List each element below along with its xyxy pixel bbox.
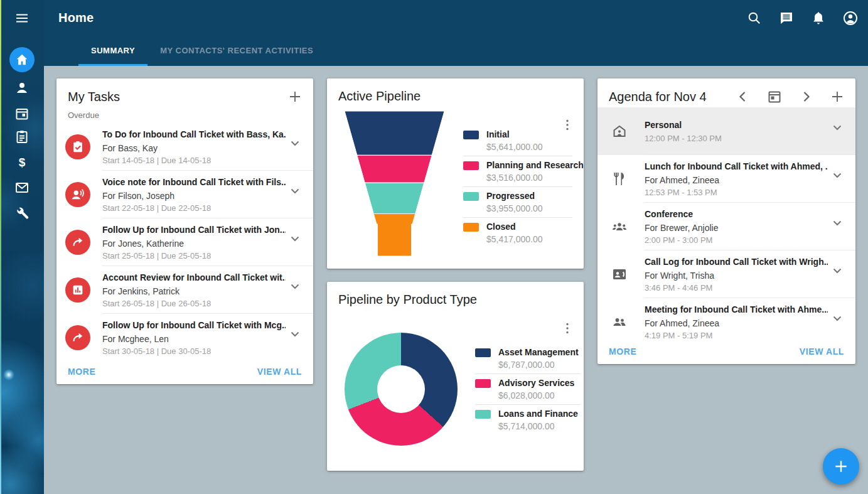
active-pipeline-title: Active Pipeline [338,89,421,104]
donut-hole [377,365,425,413]
event-for: For Ahmed, Zineea [645,318,828,328]
task-dates: Start 14-05-18 | Due 14-05-18 [102,156,286,165]
agenda-row[interactable]: Lunch for Inbound Call Ticket with Ahmed… [597,155,855,203]
legend-item: Progressed $3,955,000.00 [463,187,572,218]
agenda-row[interactable]: Conference For Brewer, Anjolie 2:00 PM -… [597,203,855,250]
legend-value: $6,028,000.00 [498,390,574,400]
my-tasks-title: My Tasks [68,90,120,104]
event-title: Call Log for Inbound Call Ticket with Wr… [645,257,828,267]
chat-icon[interactable] [779,11,794,26]
task-dates: Start 26-05-18 | Due 26-05-18 [102,299,286,308]
calendar-icon[interactable] [14,106,29,121]
funnel-chart [345,111,444,256]
tab-recent-activities[interactable]: MY CONTACTS' RECENT ACTIVITIES [147,36,326,66]
tab-summary[interactable]: SUMMARY [78,36,147,66]
more-link[interactable]: MORE [68,367,95,377]
task-row[interactable]: Follow Up for Inbound Call Ticket with J… [56,218,313,266]
donut-legend: Asset Management $6,787,000.00 Advisory … [475,343,581,436]
donut-chart [345,333,458,446]
card-menu-icon[interactable] [560,321,575,336]
legend-item: Loans and Finance $5,714,000.00 [475,405,581,436]
more-link[interactable]: MORE [609,346,636,357]
chevron-down-icon[interactable] [287,326,303,341]
search-icon[interactable] [747,11,762,26]
sidebar-item-home[interactable] [9,47,35,72]
event-for: For Ahmed, Zineea [645,175,828,185]
legend-swatch [475,379,491,388]
legend-item: Initial $5,641,000.00 [463,126,572,156]
chevron-down-icon[interactable] [287,183,303,198]
legend-value: $3,516,000.00 [486,173,584,183]
chevron-left-icon[interactable] [736,89,751,104]
legend-item: Closed $5,417,000.00 [463,218,572,249]
chevron-down-icon[interactable] [830,263,845,278]
notifications-icon[interactable] [811,11,826,26]
active-pipeline-card: Active Pipeline Initial $5,641,000.00 Pl… [327,78,584,269]
overdue-label: Overdue [68,110,302,120]
view-all-link[interactable]: VIEW ALL [800,346,844,357]
legend-label: Advisory Services [498,378,574,388]
app-bar: Home SUMMARY MY CONTACTS' RECENT ACTIVIT… [44,0,868,66]
task-row[interactable]: Voice note for Inbound Call Ticket with … [56,171,313,218]
task-title: Follow Up for Inbound Call Ticket with M… [102,320,286,330]
task-for: For Filson, Joseph [102,191,286,201]
menu-icon[interactable] [14,11,29,26]
chevron-down-icon[interactable] [830,215,845,230]
event-title: Personal [645,120,722,130]
task-row[interactable]: To Do for Inbound Call Ticket with Bass,… [56,123,313,171]
account-icon[interactable] [843,11,858,26]
agenda-row[interactable]: Call Log for Inbound Call Ticket with Wr… [597,250,855,298]
event-title: Lunch for Inbound Call Ticket with Ahmed… [645,161,828,171]
add-task-icon[interactable] [287,89,303,104]
my-tasks-card: My Tasks Overdue To Do for Inbound Call … [56,78,313,384]
event-title: Meeting for Inbound Call Ticket with Ahm… [645,304,828,314]
chevron-down-icon[interactable] [830,120,845,135]
pipeline-product-card: Pipeline by Product Type Asset Managemen… [327,282,584,471]
legend-label: Closed [486,222,543,232]
page-title: Home [58,11,94,25]
view-all-link[interactable]: VIEW ALL [257,367,302,377]
chevron-right-icon[interactable] [798,89,813,104]
legend-label: Initial [486,129,543,139]
task-title: Follow Up for Inbound Call Ticket with J… [102,225,286,235]
agenda-title: Agenda for Nov 4 [609,90,707,104]
appbar-actions [747,11,858,26]
legend-label: Loans and Finance [498,409,578,419]
event-time: 2:00 PM - 3:00 PM [645,235,719,245]
legend-value: $6,787,000.00 [498,360,579,370]
add-event-icon[interactable] [830,89,845,104]
legend-value: $5,417,000.00 [486,234,543,244]
chevron-down-icon[interactable] [830,311,845,326]
chevron-down-icon[interactable] [287,136,303,151]
event-for: For Wright, Trisha [645,271,828,281]
task-dates: Start 22-05-18 | Due 22-05-18 [102,203,286,213]
task-for: For Jenkins, Patrick [102,286,286,296]
legend-value: $5,714,000.00 [498,421,578,431]
mail-icon[interactable] [14,180,29,195]
chevron-down-icon[interactable] [830,168,845,183]
event-time: 3:46 PM - 4:46 PM [645,283,828,293]
add-fab-button[interactable] [823,448,859,485]
event-title: Conference [645,209,719,219]
task-title: Voice note for Inbound Call Ticket with … [102,177,286,187]
contacts-icon[interactable] [14,80,29,95]
legend-label: Planning and Research [486,160,584,170]
legend-value: $3,955,000.00 [486,203,543,213]
legend-swatch [463,192,479,201]
legend-swatch [463,223,479,232]
tasks-icon[interactable] [14,129,29,144]
task-dates: Start 25-05-18 | Due 25-05-18 [102,251,286,260]
calendar-icon[interactable] [767,89,782,104]
tools-icon[interactable] [14,205,29,220]
task-row[interactable]: Account Review for Inbound Call Ticket w… [56,266,313,314]
personal-home-icon [612,124,627,139]
task-row[interactable]: Follow Up for Inbound Call Ticket with M… [56,314,313,362]
pipeline-product-title: Pipeline by Product Type [338,293,477,307]
deals-icon[interactable]: $ [14,154,29,169]
chevron-down-icon[interactable] [287,279,303,294]
task-for: For Bass, Kay [102,143,286,153]
chevron-down-icon[interactable] [287,231,303,246]
legend-swatch [463,131,479,139]
todo-icon [65,134,90,159]
agenda-row[interactable]: Personal 12:00 PM - 12:30 PM [597,107,855,155]
